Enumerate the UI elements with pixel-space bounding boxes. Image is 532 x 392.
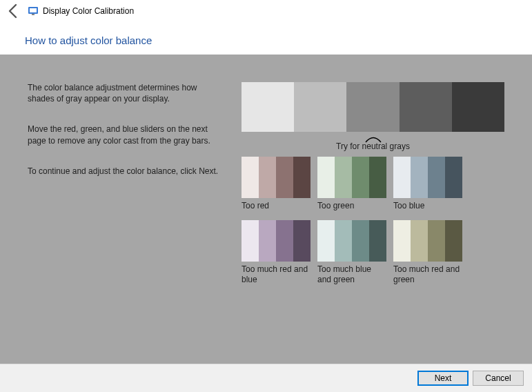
instruction-paragraph: Move the red, green, and blue sliders on… (28, 124, 221, 146)
gray-swatch (400, 82, 452, 132)
color-swatch (276, 157, 293, 198)
samples: Try for neutral grays Too red (242, 82, 504, 350)
example-too-red: Too red (242, 157, 311, 210)
color-swatch (335, 220, 352, 262)
color-swatch (259, 157, 276, 198)
gray-swatch (242, 82, 294, 132)
example-too-red-green: Too much red and green (393, 220, 462, 284)
example-label: Too much red and blue (242, 264, 311, 284)
svg-rect-2 (32, 14, 35, 15)
color-swatch (445, 157, 462, 198)
example-label: Too blue (393, 201, 462, 210)
page-heading: How to adjust color balance (0, 22, 532, 55)
instruction-paragraph: To continue and adjust the color balance… (28, 166, 221, 177)
color-swatch (293, 220, 311, 262)
neutral-caption: Try for neutral grays (242, 141, 504, 151)
neutral-gray-bar (242, 82, 504, 132)
color-swatch (369, 220, 386, 262)
color-swatch (411, 157, 428, 198)
next-button[interactable]: Next (417, 371, 469, 386)
gray-swatch (452, 82, 504, 132)
color-swatch (445, 220, 462, 262)
example-label: Too red (242, 201, 311, 210)
svg-rect-1 (30, 8, 37, 12)
example-too-blue: Too blue (393, 157, 462, 210)
example-label: Too green (317, 201, 386, 210)
color-swatch (428, 220, 445, 262)
arrow-left-icon (6, 3, 22, 19)
example-too-blue-green: Too much blue and green (317, 220, 386, 284)
instruction-paragraph: The color balance adjustment determines … (28, 82, 221, 104)
color-swatch (335, 157, 352, 198)
color-swatch (293, 157, 311, 198)
example-too-red-blue: Too much red and blue (242, 220, 311, 284)
color-swatch (242, 157, 259, 198)
color-swatch (317, 157, 335, 198)
examples-grid: Too red Too green (242, 157, 504, 294)
color-swatch (369, 157, 386, 198)
example-label: Too much red and green (393, 264, 462, 284)
color-swatch (352, 157, 369, 198)
titlebar: Display Color Calibration (0, 0, 532, 22)
back-button[interactable] (6, 3, 22, 19)
footer: Next Cancel (0, 364, 532, 392)
color-swatch (317, 220, 335, 262)
color-swatch (393, 220, 411, 262)
color-swatch (393, 157, 411, 198)
instructions: The color balance adjustment determines … (28, 82, 242, 350)
color-swatch (428, 157, 445, 198)
example-label: Too much blue and green (317, 264, 386, 284)
content-area: The color balance adjustment determines … (0, 55, 532, 364)
window-title: Display Color Calibration (43, 6, 134, 16)
color-swatch (352, 220, 369, 262)
app-icon (28, 6, 39, 17)
example-too-green: Too green (317, 157, 386, 210)
window: Display Color Calibration How to adjust … (0, 0, 532, 392)
color-swatch (276, 220, 293, 262)
gray-swatch (294, 82, 346, 132)
color-swatch (411, 220, 428, 262)
cancel-button[interactable]: Cancel (473, 371, 524, 386)
color-swatch (259, 220, 276, 262)
color-swatch (242, 220, 259, 262)
gray-swatch (346, 82, 399, 132)
